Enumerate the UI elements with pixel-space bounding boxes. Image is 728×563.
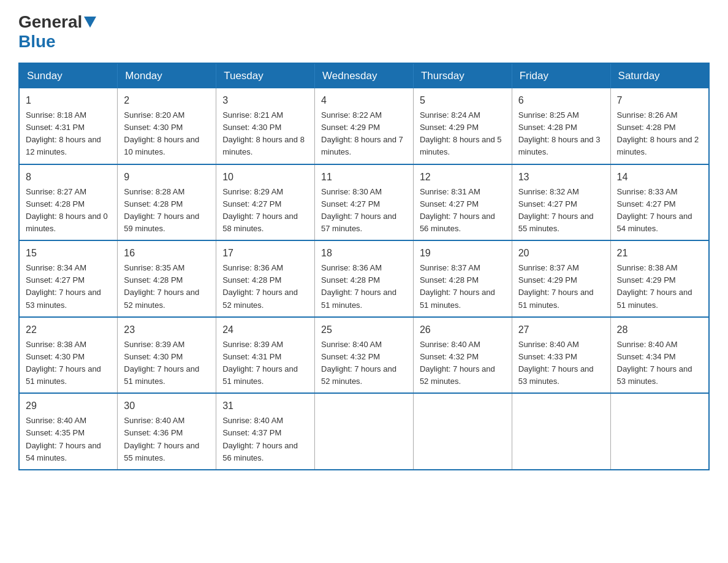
calendar-cell: 16 Sunrise: 8:35 AMSunset: 4:28 PMDaylig… (118, 240, 216, 317)
day-info: Sunrise: 8:40 AMSunset: 4:35 PMDaylight:… (26, 416, 101, 462)
calendar-cell: 28 Sunrise: 8:40 AMSunset: 4:34 PMDaylig… (610, 317, 709, 394)
day-info: Sunrise: 8:34 AMSunset: 4:27 PMDaylight:… (26, 263, 101, 309)
calendar-cell: 2 Sunrise: 8:20 AMSunset: 4:30 PMDayligh… (118, 88, 216, 164)
day-info: Sunrise: 8:36 AMSunset: 4:28 PMDaylight:… (222, 263, 298, 309)
day-info: Sunrise: 8:25 AMSunset: 4:28 PMDaylight:… (518, 110, 601, 156)
day-info: Sunrise: 8:36 AMSunset: 4:28 PMDaylight:… (321, 263, 396, 309)
calendar-cell: 25 Sunrise: 8:40 AMSunset: 4:32 PMDaylig… (315, 317, 414, 394)
day-number: 20 (518, 246, 604, 261)
day-number: 6 (518, 93, 604, 108)
calendar-cell: 13 Sunrise: 8:32 AMSunset: 4:27 PMDaylig… (512, 164, 610, 241)
weekday-header-monday: Monday (118, 63, 216, 88)
calendar-cell: 14 Sunrise: 8:33 AMSunset: 4:27 PMDaylig… (610, 164, 709, 241)
calendar-cell: 22 Sunrise: 8:38 AMSunset: 4:30 PMDaylig… (19, 317, 118, 394)
day-number: 31 (222, 399, 308, 413)
weekday-header-row: SundayMondayTuesdayWednesdayThursdayFrid… (19, 63, 709, 88)
day-info: Sunrise: 8:35 AMSunset: 4:28 PMDaylight:… (124, 263, 199, 309)
day-number: 23 (124, 323, 210, 337)
calendar-cell: 15 Sunrise: 8:34 AMSunset: 4:27 PMDaylig… (19, 240, 118, 317)
calendar-cell: 18 Sunrise: 8:36 AMSunset: 4:28 PMDaylig… (315, 240, 414, 317)
day-info: Sunrise: 8:27 AMSunset: 4:28 PMDaylight:… (26, 187, 108, 233)
day-info: Sunrise: 8:40 AMSunset: 4:32 PMDaylight:… (420, 340, 495, 386)
calendar-cell: 4 Sunrise: 8:22 AMSunset: 4:29 PMDayligh… (315, 88, 414, 164)
calendar-cell: 8 Sunrise: 8:27 AMSunset: 4:28 PMDayligh… (19, 164, 118, 241)
day-number: 12 (420, 170, 506, 185)
page-header: General Blue (18, 12, 710, 52)
day-number: 3 (222, 93, 308, 108)
calendar-cell: 3 Sunrise: 8:21 AMSunset: 4:30 PMDayligh… (216, 88, 315, 164)
weekday-header-thursday: Thursday (413, 63, 512, 88)
day-number: 5 (420, 93, 506, 108)
day-info: Sunrise: 8:21 AMSunset: 4:30 PMDaylight:… (222, 110, 305, 156)
day-info: Sunrise: 8:32 AMSunset: 4:27 PMDaylight:… (518, 187, 594, 233)
day-number: 11 (321, 170, 407, 185)
day-number: 19 (420, 246, 506, 261)
week-row-3: 15 Sunrise: 8:34 AMSunset: 4:27 PMDaylig… (19, 240, 709, 317)
day-number: 24 (222, 323, 308, 337)
calendar-cell: 24 Sunrise: 8:39 AMSunset: 4:31 PMDaylig… (216, 317, 315, 394)
calendar-cell: 7 Sunrise: 8:26 AMSunset: 4:28 PMDayligh… (610, 88, 709, 164)
calendar-cell: 23 Sunrise: 8:39 AMSunset: 4:30 PMDaylig… (118, 317, 216, 394)
day-info: Sunrise: 8:40 AMSunset: 4:32 PMDaylight:… (321, 340, 396, 386)
day-info: Sunrise: 8:30 AMSunset: 4:27 PMDaylight:… (321, 187, 396, 233)
day-number: 14 (617, 170, 702, 185)
day-info: Sunrise: 8:37 AMSunset: 4:29 PMDaylight:… (518, 263, 594, 309)
day-number: 27 (518, 323, 604, 337)
day-number: 17 (222, 246, 308, 261)
calendar-cell: 30 Sunrise: 8:40 AMSunset: 4:36 PMDaylig… (118, 393, 216, 470)
day-info: Sunrise: 8:37 AMSunset: 4:28 PMDaylight:… (420, 263, 495, 309)
logo-blue-text: Blue (18, 32, 56, 52)
day-number: 9 (124, 170, 210, 185)
day-info: Sunrise: 8:29 AMSunset: 4:27 PMDaylight:… (222, 187, 298, 233)
week-row-2: 8 Sunrise: 8:27 AMSunset: 4:28 PMDayligh… (19, 164, 709, 241)
calendar-cell (512, 393, 610, 470)
day-info: Sunrise: 8:33 AMSunset: 4:27 PMDaylight:… (617, 187, 692, 233)
calendar-cell: 11 Sunrise: 8:30 AMSunset: 4:27 PMDaylig… (315, 164, 414, 241)
day-number: 10 (222, 170, 308, 185)
calendar-cell: 19 Sunrise: 8:37 AMSunset: 4:28 PMDaylig… (413, 240, 512, 317)
weekday-header-tuesday: Tuesday (216, 63, 315, 88)
day-number: 2 (124, 93, 210, 108)
day-number: 21 (617, 246, 702, 261)
day-info: Sunrise: 8:40 AMSunset: 4:34 PMDaylight:… (617, 340, 692, 386)
day-info: Sunrise: 8:38 AMSunset: 4:30 PMDaylight:… (26, 340, 101, 386)
weekday-header-saturday: Saturday (610, 63, 709, 88)
week-row-5: 29 Sunrise: 8:40 AMSunset: 4:35 PMDaylig… (19, 393, 709, 470)
calendar-cell: 1 Sunrise: 8:18 AMSunset: 4:31 PMDayligh… (19, 88, 118, 164)
calendar-cell: 12 Sunrise: 8:31 AMSunset: 4:27 PMDaylig… (413, 164, 512, 241)
day-number: 4 (321, 93, 407, 108)
weekday-header-wednesday: Wednesday (315, 63, 414, 88)
day-number: 26 (420, 323, 506, 337)
day-number: 15 (26, 246, 111, 261)
calendar-cell: 27 Sunrise: 8:40 AMSunset: 4:33 PMDaylig… (512, 317, 610, 394)
calendar-cell: 9 Sunrise: 8:28 AMSunset: 4:28 PMDayligh… (118, 164, 216, 241)
day-number: 16 (124, 246, 210, 261)
week-row-1: 1 Sunrise: 8:18 AMSunset: 4:31 PMDayligh… (19, 88, 709, 164)
day-info: Sunrise: 8:40 AMSunset: 4:33 PMDaylight:… (518, 340, 594, 386)
day-number: 28 (617, 323, 702, 337)
day-number: 29 (26, 399, 111, 413)
calendar-cell: 10 Sunrise: 8:29 AMSunset: 4:27 PMDaylig… (216, 164, 315, 241)
day-info: Sunrise: 8:38 AMSunset: 4:29 PMDaylight:… (617, 263, 692, 309)
day-info: Sunrise: 8:18 AMSunset: 4:31 PMDaylight:… (26, 110, 101, 156)
week-row-4: 22 Sunrise: 8:38 AMSunset: 4:30 PMDaylig… (19, 317, 709, 394)
calendar-cell: 5 Sunrise: 8:24 AMSunset: 4:29 PMDayligh… (413, 88, 512, 164)
day-info: Sunrise: 8:28 AMSunset: 4:28 PMDaylight:… (124, 187, 199, 233)
weekday-header-friday: Friday (512, 63, 610, 88)
day-info: Sunrise: 8:40 AMSunset: 4:37 PMDaylight:… (222, 416, 298, 462)
calendar-cell: 26 Sunrise: 8:40 AMSunset: 4:32 PMDaylig… (413, 317, 512, 394)
calendar-cell (610, 393, 709, 470)
day-info: Sunrise: 8:39 AMSunset: 4:31 PMDaylight:… (222, 340, 298, 386)
calendar-cell: 31 Sunrise: 8:40 AMSunset: 4:37 PMDaylig… (216, 393, 315, 470)
day-info: Sunrise: 8:40 AMSunset: 4:36 PMDaylight:… (124, 416, 199, 462)
calendar-cell: 21 Sunrise: 8:38 AMSunset: 4:29 PMDaylig… (610, 240, 709, 317)
weekday-header-sunday: Sunday (19, 63, 118, 88)
day-number: 13 (518, 170, 604, 185)
logo-general-text: General (18, 12, 82, 32)
day-number: 1 (26, 93, 111, 108)
calendar-cell (413, 393, 512, 470)
calendar-cell: 17 Sunrise: 8:36 AMSunset: 4:28 PMDaylig… (216, 240, 315, 317)
logo: General Blue (18, 12, 98, 52)
calendar-cell: 20 Sunrise: 8:37 AMSunset: 4:29 PMDaylig… (512, 240, 610, 317)
day-number: 30 (124, 399, 210, 413)
